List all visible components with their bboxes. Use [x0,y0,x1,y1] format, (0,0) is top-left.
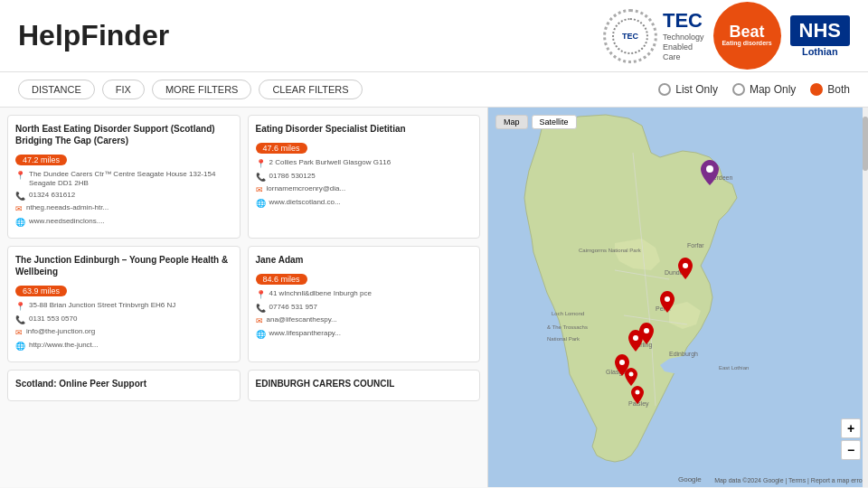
list-only-radio[interactable] [658,83,671,96]
list-only-label: List Only [675,83,718,96]
google-logo: Google [678,475,702,483]
svg-point-30 [636,390,640,395]
map-tab-bar: Map Satellite [495,115,577,129]
beat-sub-text: Eating disorders [722,40,771,47]
bottom-card-1[interactable]: EDINBURGH CARERS COUNCIL [248,370,481,401]
bottom-card-row: Scotland: Online Peer Support EDINBURGH … [7,370,480,401]
fix-filter-button[interactable]: FIX [102,80,145,99]
top-card-row: North East Eating Disorder Support (Scot… [7,115,480,239]
card-3-distance: 84.6 miles [256,274,307,285]
list-only-toggle[interactable]: List Only [658,83,718,96]
svg-point-23 [706,165,713,173]
result-card-1[interactable]: Eating Disorder Specialist Dietitian 47.… [248,115,481,239]
svg-text:& The Trossachs: & The Trossachs [547,324,588,330]
phone-icon-1: 📞 [256,173,266,183]
email-icon-3: ✉ [256,316,263,327]
card-3-email: ✉ ana@lifescanthespy... [256,315,473,327]
bottom-card-0-title: Scotland: Online Peer Support [15,378,232,389]
card-1-email: ✉ lornamemcroenry@dia... [256,184,473,196]
card-1-phone: 📞 01786 530125 [256,172,473,183]
map-only-label: Map Only [750,83,796,96]
tec-sub3: Care [663,52,704,62]
map-only-radio[interactable] [732,83,745,96]
zoom-out-button[interactable]: − [841,440,861,460]
middle-card-row: The Junction Edinburgh – Young People He… [7,246,480,362]
tec-logo: TEC TEC Technology Enabled Care [603,9,704,63]
tec-main: TEC [663,9,704,33]
bottom-card-1-title: EDINBURGH CARERS COUNCIL [256,378,473,389]
tec-inner-label: TEC [622,32,638,41]
tec-sub2: Enabled [663,42,704,52]
svg-text:Cairngorms National Park: Cairngorms National Park [579,248,642,253]
results-panel[interactable]: North East Eating Disorder Support (Scot… [0,108,488,487]
location-icon-2: 📍 [15,302,25,313]
web-icon-1: 🌐 [256,199,266,210]
beat-logo: Beat Eating disorders [713,2,781,70]
scrollbar-thumb[interactable] [863,117,868,171]
nhs-text: NHS [799,19,841,42]
svg-point-29 [629,372,634,377]
both-radio[interactable] [810,83,823,96]
card-2-phone: 📞 0131 553 0570 [15,314,232,326]
filter-buttons: DISTANCE FIX MORE FILTERS CLEAR FILTERS [18,80,363,99]
map-panel[interactable]: Aberdeen Cairngorms National Park Forfar… [488,108,868,487]
nhs-box: NHS [790,15,850,46]
logos-container: TEC TEC Technology Enabled Care Beat Eat… [603,2,850,70]
card-2-title: The Junction Edinburgh – Young People He… [15,254,232,277]
more-filters-button[interactable]: MORE FILTERS [152,80,251,99]
both-label: Both [827,83,850,96]
email-icon-1: ✉ [256,185,263,196]
map-tab-satellite[interactable]: Satellite [532,115,577,129]
svg-point-28 [619,360,625,365]
card-2-email: ✉ info@the-junction.org [15,327,232,339]
card-1-address: 📍 2 Collies Park Burlwell Glasgow G116 [256,158,473,170]
map-only-toggle[interactable]: Map Only [732,83,796,96]
card-0-phone: 📞 01324 631612 [15,191,232,202]
svg-text:Loch Lomond: Loch Lomond [552,311,584,316]
svg-point-25 [665,296,670,302]
result-card-2[interactable]: The Junction Edinburgh – Young People He… [7,246,241,362]
map-attribution: Map data ©2024 Google | Terms | Report a… [714,477,864,483]
nhs-lothian: Lothian [802,46,838,57]
view-toggles: List Only Map Only Both [658,83,850,96]
tec-circle: TEC [603,9,657,63]
card-2-distance: 63.9 miles [15,286,67,296]
bottom-card-0[interactable]: Scotland: Online Peer Support [7,370,241,401]
page-title: HelpFinder [18,19,169,52]
svg-text:National Park: National Park [547,336,580,342]
tec-sub1: Technology [663,33,704,42]
result-card-0[interactable]: North East Eating Disorder Support (Scot… [7,115,241,239]
card-3-phone: 📞 07746 531 957 [256,303,473,314]
map-svg: Aberdeen Cairngorms National Park Forfar… [488,108,868,487]
location-icon-0: 📍 [15,171,25,182]
phone-icon-2: 📞 [15,315,25,326]
both-toggle[interactable]: Both [810,83,850,96]
svg-point-26 [644,328,649,333]
card-0-address: 📍 The Dundee Carers Ctr™ Centre Seagate … [15,170,232,189]
card-2-address: 📍 35-88 Brian Junction Street Trinbvrgh … [15,301,232,313]
location-icon-3: 📍 [256,290,266,301]
card-2-website: 🌐 http://www.the-junct... [15,341,232,352]
map-tab-map[interactable]: Map [495,115,528,129]
svg-text:East Lothian: East Lothian [719,365,749,371]
tec-inner-circle: TEC [612,18,648,54]
email-icon-0: ✉ [15,204,23,215]
card-3-website: 🌐 www.lifespantherapy... [256,329,473,341]
card-0-distance: 47.2 miles [15,155,67,165]
zoom-in-button[interactable]: + [841,418,861,438]
tec-text: TEC Technology Enabled Care [663,9,704,61]
card-0-title: North East Eating Disorder Support (Scot… [15,123,232,146]
header: HelpFinder TEC TEC Technology Enabled Ca… [0,0,868,72]
distance-filter-button[interactable]: DISTANCE [18,80,95,99]
svg-text:Edinburgh: Edinburgh [669,351,698,358]
card-0-website: 🌐 www.needsedinclons.... [15,217,232,229]
phone-icon-0: 📞 [15,192,25,202]
card-3-title: Jane Adam [256,254,473,266]
scrollbar-track [863,108,868,487]
clear-filters-button[interactable]: CLEAR FILTERS [259,80,362,99]
svg-point-24 [683,263,688,268]
location-icon-1: 📍 [256,159,266,170]
result-card-3[interactable]: Jane Adam 84.6 miles 📍 41 wlnchnll&dlben… [248,246,481,362]
svg-text:Forfar: Forfar [687,242,704,249]
nhs-logo: NHS Lothian [790,15,850,57]
